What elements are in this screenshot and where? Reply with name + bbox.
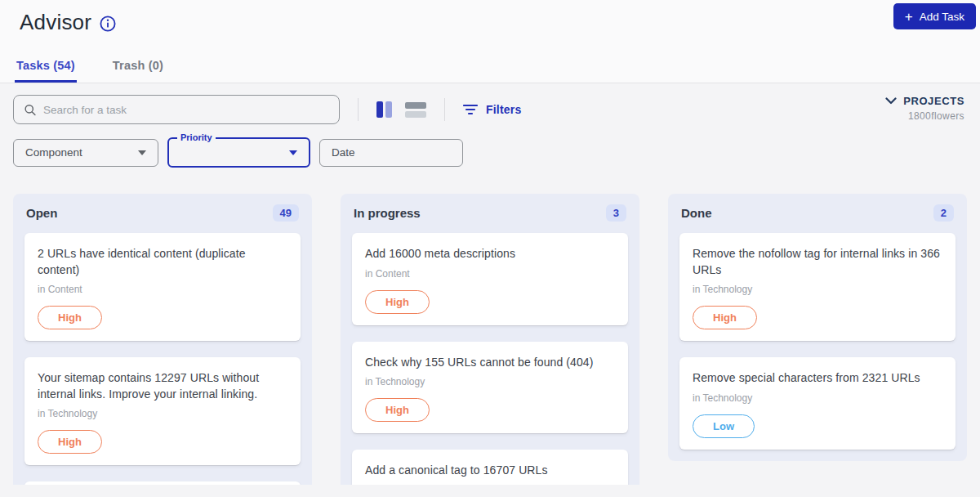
search-box[interactable] <box>13 95 340 124</box>
column-title: In progress <box>354 206 421 220</box>
priority-badge[interactable]: High <box>365 398 430 422</box>
kanban-column-open: Open 49 2 URLs have identical content (d… <box>13 194 312 485</box>
task-card[interactable]: Add 16000 meta descriptions in Content H… <box>352 233 628 325</box>
projects-label: PROJECTS <box>903 95 964 107</box>
filters-button[interactable]: Filters <box>463 103 521 116</box>
column-cards: Remove the nofollow tag for internal lin… <box>668 233 967 461</box>
date-select[interactable]: Date <box>319 139 463 167</box>
divider <box>444 98 445 121</box>
search-input[interactable] <box>43 104 329 116</box>
task-component: in Technology <box>693 392 942 404</box>
list-view-icon[interactable] <box>405 102 426 118</box>
task-card[interactable]: Your sitemap contains 12297 URLs without… <box>24 357 301 465</box>
filters-label: Filters <box>486 103 521 116</box>
project-name: 1800flowers <box>885 110 964 122</box>
column-count-badge: 49 <box>273 204 299 222</box>
task-title: Your sitemap contains 12297 URLs without… <box>38 370 287 402</box>
title-row: Advisor <box>20 10 960 35</box>
projects-widget: PROJECTS 1800flowers <box>885 95 964 122</box>
priority-badge[interactable]: High <box>38 430 102 454</box>
chevron-down-icon <box>885 97 897 105</box>
task-component: in Technology <box>365 376 615 387</box>
task-title: Remove the nofollow tag for internal lin… <box>693 246 942 278</box>
app-header: Advisor + Add Task <box>0 0 980 52</box>
kanban-board: Open 49 2 URLs have identical content (d… <box>0 177 980 485</box>
view-toggles <box>376 101 426 118</box>
priority-badge[interactable]: High <box>38 306 102 329</box>
caret-down-icon <box>138 150 146 155</box>
column-cards: 2 URLs have identical content (duplicate… <box>13 233 312 485</box>
kanban-view-icon[interactable] <box>376 101 392 118</box>
kanban-column-done: Done 2 Remove the nofollow tag for inter… <box>668 194 967 461</box>
task-card[interactable]: 2 URLs have identical content (duplicate… <box>24 233 301 341</box>
tabs-row: Tasks (54) Trash (0) <box>0 52 980 83</box>
component-select[interactable]: Component <box>13 139 158 167</box>
date-select-label: Date <box>332 146 355 159</box>
column-title: Open <box>26 206 57 220</box>
info-icon[interactable] <box>100 16 116 32</box>
divider <box>358 98 359 121</box>
kanban-column-in-progress: In progress 3 Add 16000 meta description… <box>341 194 639 485</box>
column-header: In progress 3 <box>341 194 639 233</box>
tab-tasks[interactable]: Tasks (54) <box>15 52 77 83</box>
task-title: Check why 155 URLs cannot be found (404) <box>365 355 615 371</box>
plus-icon: + <box>905 10 913 24</box>
task-component: in Technology <box>693 284 942 295</box>
task-card[interactable]: Check why 155 URLs cannot be found (404)… <box>352 342 628 434</box>
add-task-button[interactable]: + Add Task <box>893 3 976 29</box>
priority-badge[interactable]: High <box>693 306 757 329</box>
task-component: in Technology <box>38 408 287 419</box>
task-title: 2 URLs have identical content (duplicate… <box>38 246 287 278</box>
toolbar: Filters PROJECTS 1800flowers <box>0 83 980 131</box>
task-title: Remove special characters from 2321 URLs <box>693 370 942 387</box>
page-title: Advisor <box>20 10 91 35</box>
filters-row: Component Priority Date <box>0 131 980 177</box>
search-icon <box>24 103 37 117</box>
column-title: Done <box>681 206 712 220</box>
priority-badge[interactable]: High <box>365 290 430 314</box>
task-card[interactable]: Increase readability of 18949 URLs in Co… <box>24 481 301 485</box>
task-title: Add 16000 meta descriptions <box>365 246 615 262</box>
column-count-badge: 3 <box>606 204 626 222</box>
column-header: Open 49 <box>13 194 312 233</box>
add-task-label: Add Task <box>920 11 964 23</box>
task-title: Add a canonical tag to 16707 URLs <box>365 463 615 479</box>
column-header: Done 2 <box>668 194 967 233</box>
column-cards: Add 16000 meta descriptions in Content H… <box>341 233 639 485</box>
task-card[interactable]: Add a canonical tag to 16707 URLs in Tec… <box>352 450 628 485</box>
priority-select[interactable]: Priority <box>167 137 310 168</box>
column-count-badge: 2 <box>933 204 954 222</box>
task-component: in Content <box>38 284 287 295</box>
component-select-label: Component <box>25 146 82 159</box>
projects-dropdown[interactable]: PROJECTS <box>885 95 964 107</box>
caret-down-icon <box>289 150 297 155</box>
priority-select-label: Priority <box>177 132 216 143</box>
filter-icon <box>463 104 478 115</box>
tab-trash[interactable]: Trash (0) <box>111 52 165 83</box>
task-card[interactable]: Remove the nofollow tag for internal lin… <box>679 233 956 341</box>
priority-badge[interactable]: Low <box>693 414 755 438</box>
task-component: in Content <box>365 268 615 280</box>
task-card[interactable]: Remove special characters from 2321 URLs… <box>679 357 956 450</box>
